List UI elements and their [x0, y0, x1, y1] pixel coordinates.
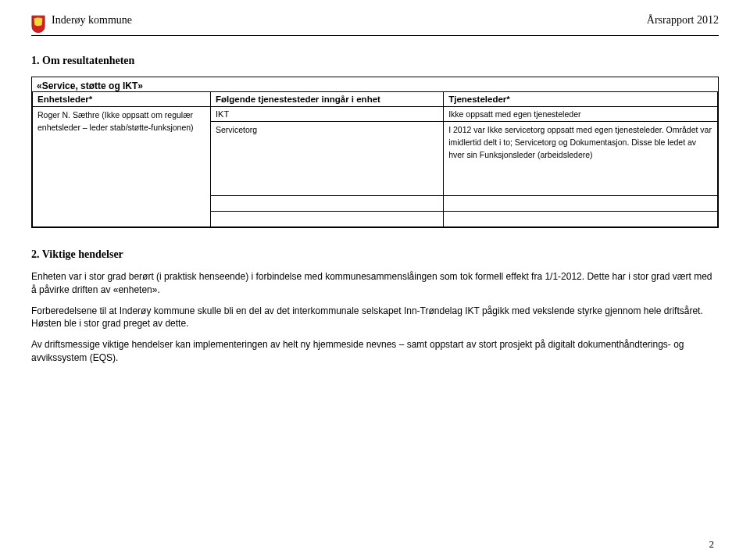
- report-title: Årsrapport 2012: [647, 14, 719, 27]
- col-header-locations: Følgende tjenestesteder inngår i enhet: [211, 92, 444, 107]
- section2-title: 2. Viktige hendelser: [31, 248, 719, 261]
- paragraph: Enheten var i stor grad berørt (i prakti…: [31, 270, 719, 297]
- location-servicetorg: Servicetorg: [211, 122, 444, 196]
- empty-cell: [211, 212, 444, 227]
- empty-cell: [444, 212, 718, 227]
- page-number: 2: [709, 538, 715, 551]
- header-left: Inderøy kommune: [31, 14, 132, 34]
- table-header-row: Enhetsleder* Følgende tjenestesteder inn…: [33, 92, 718, 107]
- location-ikt: IKT: [211, 107, 444, 122]
- table-row: Roger N. Sæthre (Ikke oppsatt om regulær…: [33, 107, 718, 122]
- unit-quoted-name: «Service, støtte og IKT»: [32, 77, 718, 91]
- empty-cell: [211, 196, 444, 212]
- leader-cell: Roger N. Sæthre (Ikke oppsatt om regulær…: [33, 107, 211, 227]
- col-header-serviceleader: Tjenesteleder*: [444, 92, 718, 107]
- section1-title: 1. Om resultatenheten: [31, 55, 719, 67]
- unit-table: «Service, støtte og IKT» Enhetsleder* Fø…: [31, 77, 719, 228]
- coat-of-arms-icon: [31, 15, 45, 34]
- empty-cell: [444, 196, 718, 212]
- paragraph: Forberedelsene til at Inderøy kommune sk…: [31, 305, 719, 331]
- serviceleader-servicetorg: I 2012 var Ikke servicetorg oppsatt med …: [444, 122, 718, 196]
- page-header: Inderøy kommune Årsrapport 2012: [31, 14, 719, 36]
- serviceleader-ikt: Ikke oppsatt med egen tjenesteleder: [444, 107, 718, 122]
- org-name: Inderøy kommune: [52, 14, 132, 27]
- col-header-leader: Enhetsleder*: [33, 92, 211, 107]
- paragraph: Av driftsmessige viktige hendelser kan i…: [31, 338, 719, 365]
